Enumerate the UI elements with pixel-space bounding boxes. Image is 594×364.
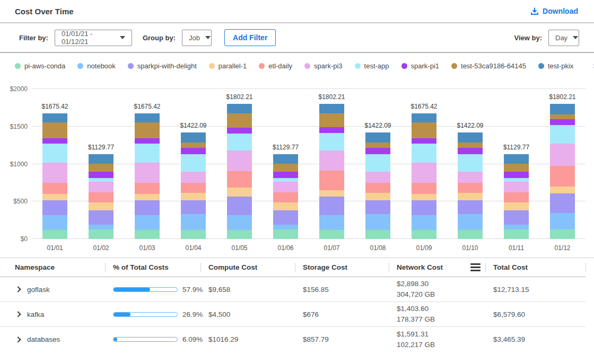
bar-segment-test-pkix[interactable]	[365, 132, 390, 143]
bar-segment-etl-daily[interactable]	[550, 166, 575, 187]
bar-segment-pi-aws-conda[interactable]	[273, 229, 298, 239]
bar-segment-sparkpi-with-delight[interactable]	[181, 200, 206, 214]
bar-segment-etl-daily[interactable]	[135, 183, 160, 194]
bar-segment-test-app[interactable]	[458, 154, 483, 172]
bar-segment-etl-daily[interactable]	[412, 183, 436, 194]
bar-segment-notebook[interactable]	[504, 225, 529, 229]
bar-segment-test-pkix[interactable]	[458, 132, 483, 143]
bar-segment-test-pkix[interactable]	[181, 132, 206, 143]
bar-segment-test-53ca9186-64145[interactable]	[319, 113, 344, 128]
bar-segment-spark-pi1[interactable]	[458, 148, 483, 154]
bar-segment-test-53ca9186-64145[interactable]	[227, 113, 252, 128]
bar-segment-parallel-1[interactable]	[135, 194, 160, 200]
legend-item-spark-pi3[interactable]: spark-pi3	[304, 62, 342, 70]
bar-segment-pi-aws-conda[interactable]	[412, 230, 436, 239]
bar-segment-pi-aws-conda[interactable]	[458, 230, 483, 239]
bar-segment-test-app[interactable]	[227, 134, 252, 150]
stacked-bar-01/04[interactable]	[181, 132, 206, 239]
bar-segment-spark-pi3[interactable]	[273, 182, 298, 192]
bar-segment-sparkpi-with-delight[interactable]	[550, 193, 575, 214]
legend-item-test-app[interactable]: test-app	[355, 62, 389, 70]
stacked-bar-01/05[interactable]	[227, 104, 252, 239]
namespace-cell[interactable]: goflask	[0, 277, 105, 301]
column-header-pct-total-costs[interactable]: % of Total Costs	[105, 258, 200, 277]
bar-segment-test-app[interactable]	[550, 125, 575, 144]
bar-segment-parallel-1[interactable]	[412, 194, 436, 200]
bar-segment-sparkpi-with-delight[interactable]	[504, 210, 529, 225]
bar-segment-test-app[interactable]	[89, 178, 113, 182]
bar-segment-spark-pi3[interactable]	[458, 172, 483, 183]
column-header-total-cost[interactable]: Total Cost	[485, 258, 586, 277]
bar-segment-test-pkix[interactable]	[135, 113, 160, 122]
bar-segment-parallel-1[interactable]	[504, 202, 529, 210]
bar-segment-test-pkix[interactable]	[89, 154, 113, 164]
bar-segment-test-app[interactable]	[42, 144, 67, 163]
bar-segment-etl-daily[interactable]	[89, 192, 113, 202]
bar-segment-test-53ca9186-64145[interactable]	[412, 122, 436, 138]
bar-segment-notebook[interactable]	[273, 225, 298, 229]
bar-segment-sparkpi-with-delight[interactable]	[412, 200, 436, 215]
bar-segment-pi-aws-conda[interactable]	[365, 230, 390, 239]
legend-item-spark-pi1[interactable]: spark-pi1	[401, 62, 439, 70]
bar-segment-test-pkix[interactable]	[42, 113, 67, 122]
bar-segment-pi-aws-conda[interactable]	[181, 230, 206, 239]
legend-item-sparkpi-with-delight[interactable]: sparkpi-with-delight	[128, 62, 197, 70]
legend-item-pi-aws-conda[interactable]: pi-aws-conda	[15, 62, 65, 70]
bar-segment-sparkpi-with-delight[interactable]	[319, 197, 344, 215]
stacked-bar-01/08[interactable]	[365, 132, 390, 239]
bar-segment-notebook[interactable]	[365, 214, 390, 229]
bar-segment-sparkpi-with-delight[interactable]	[458, 200, 483, 214]
bar-segment-parallel-1[interactable]	[550, 187, 575, 193]
bar-segment-spark-pi3[interactable]	[227, 150, 252, 171]
bar-segment-notebook[interactable]	[412, 215, 436, 230]
column-header-network-cost[interactable]: Network Cost	[389, 258, 485, 277]
bar-segment-test-app[interactable]	[412, 144, 436, 163]
stacked-bar-01/10[interactable]	[458, 132, 483, 239]
namespace-cell[interactable]: kafka	[0, 302, 105, 326]
bar-segment-spark-pi3[interactable]	[504, 182, 529, 192]
bar-segment-test-pkix[interactable]	[227, 104, 252, 113]
bar-segment-pi-aws-conda[interactable]	[227, 230, 252, 239]
bar-segment-parallel-1[interactable]	[458, 193, 483, 200]
column-header-storage-cost[interactable]: Storage Cost	[295, 258, 389, 277]
bar-segment-test-pkix[interactable]	[319, 104, 344, 113]
bar-segment-test-app[interactable]	[273, 178, 298, 182]
bar-segment-spark-pi3[interactable]	[412, 163, 436, 183]
bar-segment-spark-pi3[interactable]	[550, 144, 575, 165]
bar-segment-parallel-1[interactable]	[42, 194, 67, 200]
column-header-namespace[interactable]: Namespace	[0, 258, 105, 277]
bar-segment-sparkpi-with-delight[interactable]	[89, 210, 113, 225]
bar-segment-parallel-1[interactable]	[181, 193, 206, 200]
bar-segment-notebook[interactable]	[181, 214, 206, 229]
bar-segment-pi-aws-conda[interactable]	[550, 229, 575, 239]
legend-item-test-pkix[interactable]: test-pkix	[538, 62, 573, 70]
bar-segment-test-app[interactable]	[504, 178, 529, 182]
stacked-bar-01/12[interactable]	[550, 104, 575, 239]
bar-segment-sparkpi-with-delight[interactable]	[227, 197, 252, 215]
stacked-bar-01/03[interactable]	[135, 113, 160, 239]
bar-segment-pi-aws-conda[interactable]	[42, 230, 67, 239]
bar-segment-parallel-1[interactable]	[319, 190, 344, 197]
column-menu-icon[interactable]	[470, 263, 481, 271]
bar-segment-sparkpi-with-delight[interactable]	[42, 200, 67, 215]
stacked-bar-01/11[interactable]	[504, 154, 529, 239]
bar-segment-sparkpi-with-delight[interactable]	[273, 210, 298, 225]
bar-segment-spark-pi3[interactable]	[89, 182, 113, 192]
stacked-bar-01/06[interactable]	[273, 154, 298, 239]
bar-segment-parallel-1[interactable]	[89, 202, 113, 210]
bar-segment-spark-pi1[interactable]	[181, 148, 206, 154]
bar-segment-notebook[interactable]	[42, 215, 67, 230]
bar-segment-spark-pi1[interactable]	[550, 119, 575, 125]
bar-segment-test-53ca9186-64145[interactable]	[365, 143, 390, 148]
legend-item-test-53ca9186-64145[interactable]: test-53ca9186-64145	[451, 62, 526, 70]
legend-item-notebook[interactable]: notebook	[77, 62, 116, 70]
bar-segment-test-pkix[interactable]	[412, 113, 436, 122]
expand-chevron-icon[interactable]	[15, 336, 21, 342]
bar-segment-spark-pi1[interactable]	[412, 138, 436, 144]
bar-segment-etl-daily[interactable]	[504, 192, 529, 202]
bar-segment-spark-pi1[interactable]	[365, 148, 390, 154]
bar-segment-spark-pi1[interactable]	[135, 138, 160, 144]
bar-segment-test-app[interactable]	[135, 144, 160, 163]
bar-segment-spark-pi3[interactable]	[42, 163, 67, 183]
bar-segment-notebook[interactable]	[550, 213, 575, 229]
